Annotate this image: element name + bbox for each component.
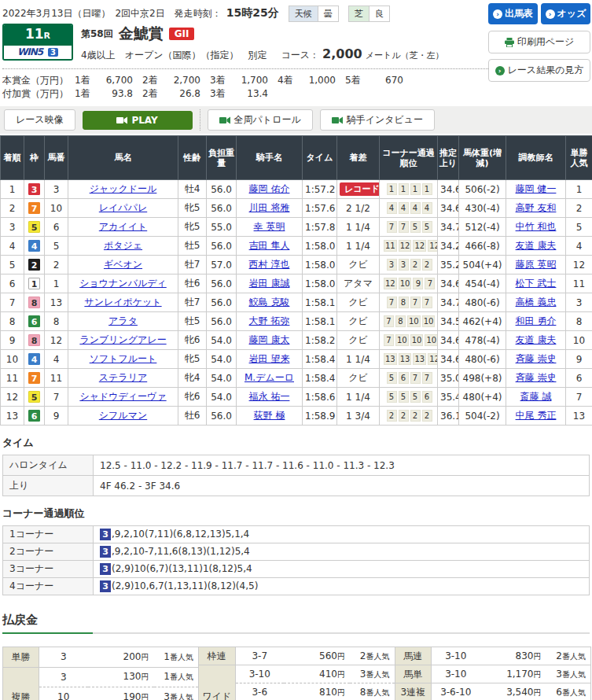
corner-order-row: 1コーナー3,9,2,10(7,11)(6,8,12,13)5,1,4 <box>3 526 590 543</box>
horse-name-link[interactable]: アラタ <box>108 315 138 326</box>
corner-row-value: 3,9,2,10-7,11,6(8,13)(1,12)5,4 <box>94 543 590 561</box>
margin-cell: クビ <box>337 312 380 331</box>
bet-type-label: 単勝 <box>3 647 39 668</box>
race-video-label: レース映像 <box>16 113 64 127</box>
grade-badge: GII <box>169 28 195 40</box>
horse-name-link[interactable]: ランブリングアレー <box>79 334 166 345</box>
prize-amount: 2,700 <box>164 75 200 86</box>
jockey-name-link[interactable]: 荻野 極 <box>254 410 285 421</box>
corner-position-number: 7 <box>410 372 421 384</box>
jockey-name-link[interactable]: 吉田 隼人 <box>249 240 290 251</box>
trainer-name-link[interactable]: 高橋 義忠 <box>516 297 557 308</box>
play-button[interactable]: PLAY <box>83 111 193 130</box>
jockey-name-link[interactable]: 鮫島 克駿 <box>249 297 290 308</box>
race-header: 2022年3月13日（日曜） 2回中京2日 発走時刻： 15時25分 天候 曇 … <box>0 0 592 106</box>
jockey-name-link[interactable]: 岩田 望来 <box>249 353 290 364</box>
jockey-name-link[interactable]: 福永 祐一 <box>249 391 290 402</box>
carried-weight: 56.0 <box>207 274 237 293</box>
trainer-name-link[interactable]: 友道 康夫 <box>516 240 557 251</box>
horse-name-link[interactable]: ソフトフルート <box>90 353 157 364</box>
horse-name-link[interactable]: ジャックドール <box>90 183 157 194</box>
payout-amount: 200円 <box>88 647 154 668</box>
prize-amount: 13.4 <box>232 88 268 99</box>
jockey-name-link[interactable]: 岩田 康誠 <box>249 278 290 289</box>
corner-position-number: 13 <box>384 353 397 365</box>
horse-name-link[interactable]: シャドウディーヴァ <box>79 391 166 402</box>
horse-name-cell: ステラリア <box>68 369 178 388</box>
body-weight: 498(+8) <box>459 369 506 388</box>
frame-cell: 5 <box>24 218 45 237</box>
bet-type-label: 3連複 <box>395 683 432 700</box>
arrow-circle-icon: › <box>493 9 502 19</box>
payout-amount: 190円 <box>88 687 154 700</box>
horse-name-link[interactable]: サンレイポケット <box>84 297 161 308</box>
horse-name-link[interactable]: シフルマン <box>99 410 147 421</box>
horse-name-link[interactable]: ポタジェ <box>104 240 142 251</box>
race-number-box: 11R WIN5 3 <box>2 24 73 61</box>
trainer-name-link[interactable]: 斉藤 崇史 <box>516 372 557 383</box>
trainer-name-link[interactable]: 友道 康夫 <box>516 334 557 345</box>
results-column-header: 単勝人気 <box>566 136 592 180</box>
horse-name-link[interactable]: ショウナンバルディ <box>79 278 167 289</box>
corner-position-number: 9 <box>413 278 423 289</box>
result-row: 1044ソフトフルート牝554.0岩田 望来1:58.41 1/41313131… <box>1 350 592 369</box>
horse-name-cell: ジャックドール <box>68 180 178 199</box>
jockey-name-link[interactable]: 幸 英明 <box>254 221 285 232</box>
time-section-title: タイム <box>2 436 590 450</box>
finish-position: 5 <box>1 256 24 274</box>
payout-combination: 3 <box>39 647 88 668</box>
corner-position-number: 1 <box>410 183 421 195</box>
jockey-name-link[interactable]: 大野 拓弥 <box>249 315 290 326</box>
entry-table-button[interactable]: › 出馬表 <box>488 3 538 24</box>
bet-type-label: 枠連 <box>199 647 235 665</box>
race-video-button[interactable]: レース映像 <box>4 109 75 131</box>
race-conditions: 4歳以上 オープン（国際）（指定） 別定 <box>81 49 267 62</box>
payout-row: 馬単3-101,170円3番人気 <box>395 665 591 683</box>
trainer-name-link[interactable]: 藤岡 健一 <box>516 183 557 194</box>
trainer-name-link[interactable]: 中尾 秀正 <box>516 410 557 421</box>
corner-position-number: 11 <box>384 240 397 252</box>
horse-name-link[interactable]: ステラリア <box>99 372 147 383</box>
frame-cell: 3 <box>24 180 45 199</box>
print-page-button[interactable]: 印刷用ページ <box>488 31 590 53</box>
horse-name-link[interactable]: レイパパレ <box>99 202 147 213</box>
jockey-name-link[interactable]: 藤岡 佑介 <box>249 183 290 194</box>
jockey-name-link[interactable]: 藤岡 康太 <box>249 334 290 345</box>
trainer-cell: 高野 友和 <box>506 199 566 218</box>
horse-name-link[interactable]: ギベオン <box>104 259 142 270</box>
payout-popularity: 3番人気 <box>154 687 199 700</box>
margin-cell: 2 1/2 <box>337 199 380 218</box>
trainer-name-link[interactable]: 藤原 英昭 <box>516 259 557 270</box>
payout-combination: 3-10 <box>432 665 480 683</box>
trainer-name-link[interactable]: 中竹 和也 <box>516 221 557 232</box>
results-guide-button[interactable]: › レース結果の見方 <box>488 59 590 82</box>
yen-suffix: 円 <box>337 670 345 679</box>
jockey-interview-label: 騎手インタビュー <box>347 113 423 127</box>
bet-type-label: 馬単 <box>395 665 432 683</box>
payout-combination: 3-10 <box>235 665 284 683</box>
corner-positions-cell: 1111 <box>380 180 438 199</box>
trainer-name-link[interactable]: 和田 勇介 <box>516 315 557 326</box>
horse-name-link[interactable]: アカイイト <box>99 221 147 232</box>
frame-cell: 8 <box>24 293 45 312</box>
leader-horse-badge: 3 <box>100 580 111 592</box>
horse-number: 10 <box>45 199 68 218</box>
odds-button[interactable]: › オッズ <box>541 3 590 24</box>
payout-tables: 単勝3200円1番人気複勝3130円1番人気10190円3番人気6370円7番人… <box>2 647 590 700</box>
trainer-name-link[interactable]: 松下 武士 <box>516 278 557 289</box>
payout-row: 単勝3200円1番人気 <box>3 647 199 668</box>
body-weight: 466(-8) <box>459 237 506 256</box>
trainer-name-link[interactable]: 斎藤 誠 <box>520 391 552 402</box>
jockey-name-link[interactable]: 川田 将雅 <box>249 202 290 213</box>
jockey-name-link[interactable]: M.デムーロ <box>245 372 294 383</box>
popularity-suffix: 番人気 <box>366 652 390 661</box>
carried-weight: 56.0 <box>207 407 237 426</box>
trainer-name-link[interactable]: 斉藤 崇史 <box>516 353 557 364</box>
patrol-video-button[interactable]: 全周パトロール <box>208 109 313 131</box>
horse-number: 12 <box>45 331 68 350</box>
jockey-name-link[interactable]: 西村 淳也 <box>249 259 290 270</box>
jockey-interview-button[interactable]: 騎手インタビュー <box>320 109 435 131</box>
trainer-name-link[interactable]: 高野 友和 <box>516 202 557 213</box>
result-row: 9812ランブリングアレー牝654.0藤岡 康太1:58.2クビ71010103… <box>1 331 592 350</box>
margin-cell: 1 1/4 <box>337 388 380 407</box>
